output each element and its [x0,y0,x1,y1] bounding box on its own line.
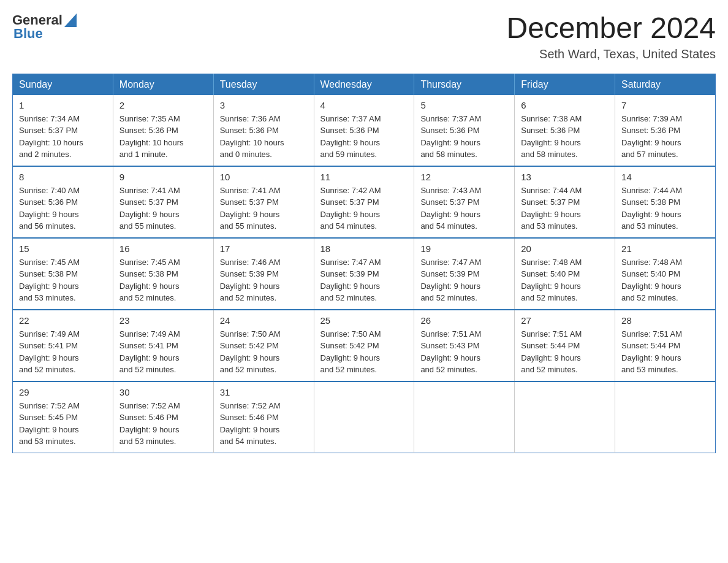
calendar-day-cell: 31 Sunrise: 7:52 AMSunset: 5:46 PMDaylig… [213,381,314,453]
day-number: 17 [220,243,308,254]
page-header: General Blue December 2024 Seth Ward, Te… [12,12,716,61]
day-info: Sunrise: 7:42 AMSunset: 5:37 PMDaylight:… [320,186,381,231]
day-info: Sunrise: 7:44 AMSunset: 5:37 PMDaylight:… [521,186,582,231]
day-info: Sunrise: 7:37 AMSunset: 5:36 PMDaylight:… [320,114,381,159]
location-subtitle: Seth Ward, Texas, United States [506,47,716,61]
day-number: 27 [521,315,609,326]
calendar-week-row: 15 Sunrise: 7:45 AMSunset: 5:38 PMDaylig… [13,238,716,310]
weekday-header-wednesday: Wednesday [314,74,414,95]
calendar-day-cell [314,381,414,453]
calendar-week-row: 1 Sunrise: 7:34 AMSunset: 5:37 PMDayligh… [13,95,716,166]
calendar-day-cell: 26 Sunrise: 7:51 AMSunset: 5:43 PMDaylig… [414,310,515,381]
calendar-day-cell: 9 Sunrise: 7:41 AMSunset: 5:37 PMDayligh… [113,166,213,238]
day-info: Sunrise: 7:51 AMSunset: 5:44 PMDaylight:… [521,329,582,375]
calendar-day-cell: 7 Sunrise: 7:39 AMSunset: 5:36 PMDayligh… [615,95,716,166]
day-info: Sunrise: 7:41 AMSunset: 5:37 PMDaylight:… [220,186,281,231]
day-number: 2 [119,100,207,110]
calendar-day-cell [515,381,615,453]
day-number: 7 [621,100,709,110]
calendar-day-cell: 16 Sunrise: 7:45 AMSunset: 5:38 PMDaylig… [113,238,213,310]
calendar-day-cell: 1 Sunrise: 7:34 AMSunset: 5:37 PMDayligh… [13,95,113,166]
logo-triangle-icon [64,13,77,27]
calendar-day-cell: 5 Sunrise: 7:37 AMSunset: 5:36 PMDayligh… [414,95,515,166]
day-number: 9 [119,172,207,182]
weekday-header-tuesday: Tuesday [213,74,314,95]
day-number: 5 [420,100,508,110]
day-number: 31 [220,387,308,397]
calendar-week-row: 8 Sunrise: 7:40 AMSunset: 5:36 PMDayligh… [13,166,716,238]
day-number: 18 [320,243,408,254]
day-info: Sunrise: 7:37 AMSunset: 5:36 PMDaylight:… [420,114,481,159]
day-info: Sunrise: 7:52 AMSunset: 5:46 PMDaylight:… [220,401,281,446]
calendar-day-cell: 28 Sunrise: 7:51 AMSunset: 5:44 PMDaylig… [615,310,716,381]
day-info: Sunrise: 7:40 AMSunset: 5:36 PMDaylight:… [19,186,80,231]
day-number: 26 [420,315,508,326]
calendar-day-cell: 15 Sunrise: 7:45 AMSunset: 5:38 PMDaylig… [13,238,113,310]
calendar-day-cell: 18 Sunrise: 7:47 AMSunset: 5:39 PMDaylig… [314,238,414,310]
calendar-day-cell: 6 Sunrise: 7:38 AMSunset: 5:36 PMDayligh… [515,95,615,166]
day-number: 25 [320,315,408,326]
weekday-header-friday: Friday [515,74,615,95]
day-number: 19 [420,243,508,254]
day-info: Sunrise: 7:50 AMSunset: 5:42 PMDaylight:… [220,329,281,375]
calendar-day-cell: 17 Sunrise: 7:46 AMSunset: 5:39 PMDaylig… [213,238,314,310]
weekday-header-saturday: Saturday [615,74,716,95]
day-info: Sunrise: 7:35 AMSunset: 5:36 PMDaylight:… [119,114,184,159]
weekday-header-thursday: Thursday [414,74,515,95]
day-info: Sunrise: 7:49 AMSunset: 5:41 PMDaylight:… [119,329,180,375]
day-number: 14 [621,172,709,182]
day-number: 20 [521,243,609,254]
day-number: 6 [521,100,609,110]
day-number: 29 [19,387,107,397]
calendar-day-cell: 19 Sunrise: 7:47 AMSunset: 5:39 PMDaylig… [414,238,515,310]
day-number: 24 [220,315,308,326]
calendar-day-cell: 11 Sunrise: 7:42 AMSunset: 5:37 PMDaylig… [314,166,414,238]
day-info: Sunrise: 7:34 AMSunset: 5:37 PMDaylight:… [19,114,83,159]
day-info: Sunrise: 7:47 AMSunset: 5:39 PMDaylight:… [420,258,481,303]
day-info: Sunrise: 7:36 AMSunset: 5:36 PMDaylight:… [220,114,284,159]
calendar-table: SundayMondayTuesdayWednesdayThursdayFrid… [12,74,716,453]
day-info: Sunrise: 7:51 AMSunset: 5:43 PMDaylight:… [420,329,481,375]
day-info: Sunrise: 7:43 AMSunset: 5:37 PMDaylight:… [420,186,481,231]
day-number: 11 [320,172,408,182]
day-number: 3 [220,100,308,110]
day-number: 28 [621,315,709,326]
day-info: Sunrise: 7:46 AMSunset: 5:39 PMDaylight:… [220,258,281,303]
calendar-day-cell [615,381,716,453]
weekday-header-sunday: Sunday [13,74,113,95]
svg-marker-0 [64,13,77,27]
day-info: Sunrise: 7:38 AMSunset: 5:36 PMDaylight:… [521,114,582,159]
calendar-day-cell: 23 Sunrise: 7:49 AMSunset: 5:41 PMDaylig… [113,310,213,381]
weekday-header-monday: Monday [113,74,213,95]
day-info: Sunrise: 7:39 AMSunset: 5:36 PMDaylight:… [621,114,682,159]
day-number: 1 [19,100,107,110]
calendar-day-cell: 3 Sunrise: 7:36 AMSunset: 5:36 PMDayligh… [213,95,314,166]
day-number: 16 [119,243,207,254]
calendar-day-cell: 8 Sunrise: 7:40 AMSunset: 5:36 PMDayligh… [13,166,113,238]
calendar-day-cell: 22 Sunrise: 7:49 AMSunset: 5:41 PMDaylig… [13,310,113,381]
day-info: Sunrise: 7:50 AMSunset: 5:42 PMDaylight:… [320,329,381,375]
calendar-week-row: 29 Sunrise: 7:52 AMSunset: 5:45 PMDaylig… [13,381,716,453]
calendar-day-cell: 10 Sunrise: 7:41 AMSunset: 5:37 PMDaylig… [213,166,314,238]
calendar-day-cell: 20 Sunrise: 7:48 AMSunset: 5:40 PMDaylig… [515,238,615,310]
calendar-day-cell: 4 Sunrise: 7:37 AMSunset: 5:36 PMDayligh… [314,95,414,166]
calendar-day-cell: 21 Sunrise: 7:48 AMSunset: 5:40 PMDaylig… [615,238,716,310]
calendar-day-cell: 13 Sunrise: 7:44 AMSunset: 5:37 PMDaylig… [515,166,615,238]
day-info: Sunrise: 7:52 AMSunset: 5:45 PMDaylight:… [19,401,80,446]
calendar-day-cell: 14 Sunrise: 7:44 AMSunset: 5:38 PMDaylig… [615,166,716,238]
calendar-week-row: 22 Sunrise: 7:49 AMSunset: 5:41 PMDaylig… [13,310,716,381]
title-block: December 2024 Seth Ward, Texas, United S… [506,12,716,61]
day-number: 15 [19,243,107,254]
day-number: 13 [521,172,609,182]
calendar-day-cell: 2 Sunrise: 7:35 AMSunset: 5:36 PMDayligh… [113,95,213,166]
calendar-day-cell: 29 Sunrise: 7:52 AMSunset: 5:45 PMDaylig… [13,381,113,453]
logo-blue-text: Blue [13,26,43,42]
calendar-day-cell: 12 Sunrise: 7:43 AMSunset: 5:37 PMDaylig… [414,166,515,238]
calendar-day-cell: 27 Sunrise: 7:51 AMSunset: 5:44 PMDaylig… [515,310,615,381]
day-number: 23 [119,315,207,326]
day-number: 22 [19,315,107,326]
day-info: Sunrise: 7:48 AMSunset: 5:40 PMDaylight:… [521,258,582,303]
day-number: 10 [220,172,308,182]
day-info: Sunrise: 7:45 AMSunset: 5:38 PMDaylight:… [119,258,180,303]
day-info: Sunrise: 7:41 AMSunset: 5:37 PMDaylight:… [119,186,180,231]
